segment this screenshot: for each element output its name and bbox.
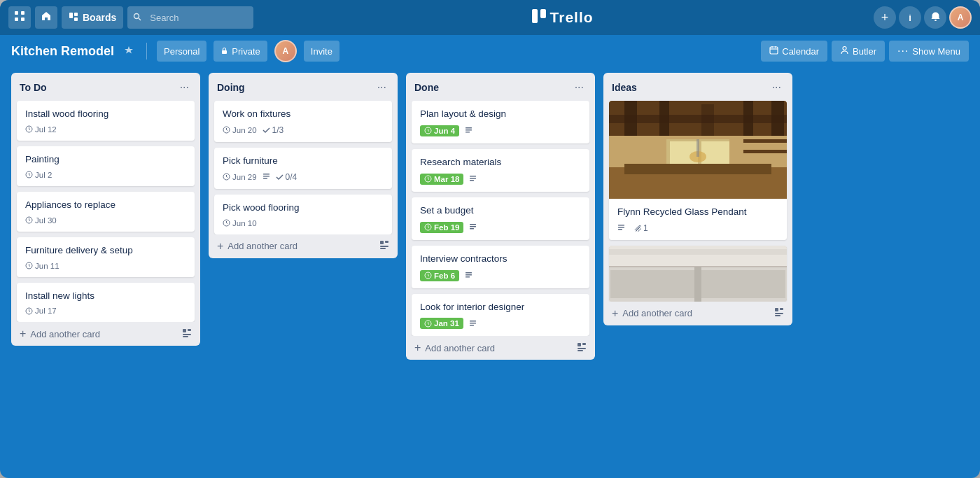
card-flynn-pendant[interactable]: Flynn Recycled Glass Pendant 1: [609, 101, 787, 240]
card-install-wood-flooring[interactable]: Install wood flooring Jul 12: [17, 101, 195, 141]
card-title: Research materials: [420, 156, 581, 169]
column-title-doing: Doing: [217, 82, 245, 93]
column-header-doing: Doing ···: [209, 73, 398, 101]
star-icon: [124, 45, 134, 57]
nav-right: + i A: [874, 6, 972, 29]
search-input[interactable]: [127, 6, 253, 29]
calendar-label: Calendar: [782, 46, 819, 57]
board-body: To Do ··· Install wood flooring Jul 12 P…: [0, 67, 980, 478]
svg-rect-51: [465, 274, 472, 276]
card-work-on-fixtures[interactable]: Work on fixtures Jun 20 1/3: [214, 101, 392, 142]
svg-rect-68: [609, 115, 787, 123]
home-icon-button[interactable]: [35, 6, 57, 29]
svg-rect-77: [696, 139, 699, 157]
add-card-button-done[interactable]: + Add another card: [406, 336, 595, 360]
card-attachment-info: 1: [617, 223, 778, 233]
column-menu-button-ideas[interactable]: ···: [769, 80, 784, 95]
checklist-badge: 0/4: [276, 172, 298, 182]
svg-rect-85: [694, 267, 701, 302]
add-card-button-todo[interactable]: + Add another card: [11, 322, 200, 346]
info-button[interactable]: i: [899, 6, 921, 29]
lock-icon: [220, 46, 228, 57]
svg-rect-57: [578, 343, 581, 346]
card-title: Set a budget: [420, 204, 581, 218]
svg-point-17: [843, 47, 846, 50]
card-research-materials[interactable]: Research materials Mar 18: [412, 149, 589, 192]
card-meta: Jul 12: [25, 125, 186, 134]
column-cards-done: Plan layout & design Jun 4 Research mate…: [406, 101, 595, 336]
butler-label: Butler: [853, 46, 876, 57]
card-meta: Jun 20 1/3: [223, 125, 384, 135]
svg-rect-42: [470, 176, 476, 177]
add-card-button-ideas[interactable]: + Add another card: [603, 302, 792, 325]
column-done: Done ··· Plan layout & design Jun 4: [406, 73, 595, 360]
column-title-done: Done: [414, 82, 439, 93]
column-menu-button-done[interactable]: ···: [572, 80, 587, 95]
column-doing: Doing ··· Work on fixtures Jun 20 1/3: [209, 73, 398, 258]
card-painting[interactable]: Painting Jul 2: [17, 146, 195, 186]
svg-rect-38: [465, 127, 472, 129]
svg-rect-25: [183, 334, 191, 335]
grid-icon-button[interactable]: [8, 6, 31, 29]
top-nav: Boards Trello +: [0, 0, 980, 35]
card-install-lights[interactable]: Install new lights Jul 17: [17, 283, 195, 323]
card-appliances[interactable]: Appliances to replace Jul 30: [17, 192, 195, 232]
card-look-for-designer[interactable]: Look for interior designer Jan 31: [412, 294, 589, 337]
show-menu-button[interactable]: ··· Show Menu: [889, 41, 969, 62]
personal-tag[interactable]: Personal: [157, 41, 206, 62]
card-set-budget[interactable]: Set a budget Feb 19: [412, 197, 589, 240]
column-menu-button-doing[interactable]: ···: [374, 80, 389, 95]
svg-rect-4: [69, 13, 73, 18]
svg-rect-48: [470, 228, 474, 230]
card-pick-furniture[interactable]: Pick furniture Jun 29 0/4: [214, 148, 392, 189]
butler-button[interactable]: Butler: [832, 41, 885, 62]
svg-rect-34: [385, 241, 388, 243]
card-title: Look for interior designer: [420, 301, 581, 314]
add-card-button-doing[interactable]: + Add another card: [209, 234, 398, 258]
invite-button[interactable]: Invite: [304, 41, 340, 62]
card-date: Jun 20: [223, 126, 257, 134]
card-plan-layout[interactable]: Plan layout & design Jun 4: [412, 101, 589, 143]
template-icon: [577, 342, 587, 354]
boards-button[interactable]: Boards: [62, 6, 123, 29]
column-title-todo: To Do: [20, 82, 47, 93]
svg-rect-75: [743, 150, 787, 153]
show-menu-label: Show Menu: [912, 46, 960, 57]
board-title: Kitchen Remodel: [11, 44, 114, 59]
home-icon: [41, 10, 52, 24]
personal-label: Personal: [164, 46, 200, 57]
column-menu-button-todo[interactable]: ···: [177, 80, 192, 95]
svg-rect-73: [624, 164, 771, 174]
desc-icon: [465, 127, 472, 134]
card-title: Work on fixtures: [223, 108, 384, 121]
calendar-icon: [769, 45, 778, 57]
svg-rect-60: [578, 350, 583, 351]
calendar-button[interactable]: Calendar: [761, 41, 827, 62]
card-ceiling-image[interactable]: [609, 246, 787, 302]
svg-rect-46: [470, 224, 476, 225]
svg-rect-0: [15, 11, 18, 15]
card-date: Jul 17: [25, 307, 57, 315]
avatar[interactable]: A: [949, 6, 972, 29]
star-button[interactable]: [121, 44, 136, 59]
trello-wordmark: Trello: [550, 9, 594, 26]
card-interview-contractors[interactable]: Interview contractors Feb 6: [412, 246, 589, 288]
bell-button[interactable]: [924, 6, 946, 29]
svg-rect-24: [188, 329, 191, 331]
card-meta: Jun 29 0/4: [223, 172, 384, 182]
card-date: Jun 29: [223, 173, 257, 181]
add-card-label: Add another card: [30, 329, 100, 339]
svg-rect-36: [380, 248, 386, 249]
trello-logo: Trello: [258, 8, 869, 27]
butler-icon: [840, 45, 849, 57]
svg-rect-84: [701, 270, 785, 298]
private-tag[interactable]: Private: [214, 41, 267, 62]
card-title: Furniture delivery & setup: [25, 244, 186, 258]
plus-button[interactable]: +: [874, 6, 896, 29]
svg-rect-52: [465, 276, 470, 278]
svg-rect-59: [578, 348, 586, 349]
date-badge: Jan 31: [420, 318, 463, 329]
svg-rect-47: [470, 226, 476, 227]
card-furniture-delivery[interactable]: Furniture delivery & setup Jun 11: [17, 237, 195, 277]
card-pick-wood-flooring[interactable]: Pick wood flooring Jun 10: [214, 195, 392, 234]
